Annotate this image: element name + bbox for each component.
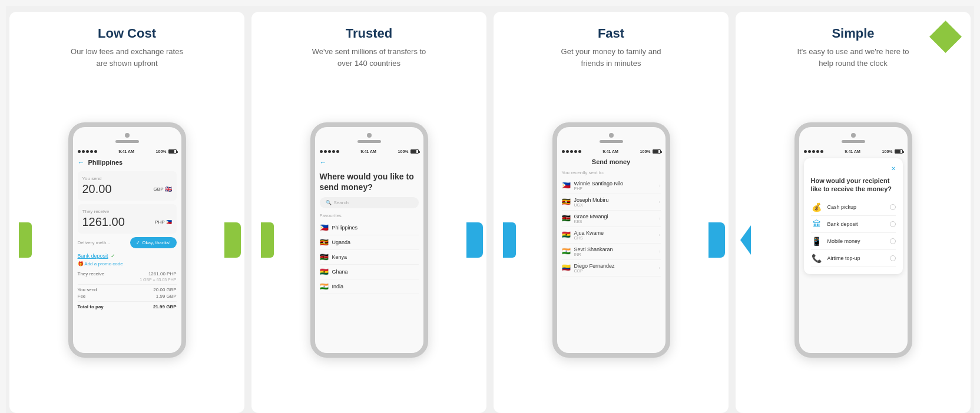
card-title-low-cost: Low Cost <box>98 26 156 41</box>
option-icon: 📞 <box>811 254 823 263</box>
option-radio[interactable] <box>890 204 896 210</box>
search-title: Where would you like to send money? <box>320 171 419 192</box>
close-icon[interactable]: ✕ <box>891 165 896 172</box>
bank-link[interactable]: Bank deposit <box>78 253 108 259</box>
country-name: Kenya <box>332 254 347 260</box>
search-placeholder: Search <box>334 200 349 205</box>
contact-flag: 🇨🇴 <box>562 264 571 272</box>
send-section: You send 20.00 GBP 🇬🇧 <box>78 171 177 201</box>
phone-wrapper-4: 9:41 AM 100% ✕ How would your recipient … <box>747 78 959 401</box>
fee-summary: Fee 1.99 GBP <box>78 294 177 299</box>
diamond-decoration <box>929 21 962 53</box>
option-radio[interactable] <box>890 255 896 261</box>
contact-list: 🇵🇭 Winnie Santiago Nilo PHP › 🇺🇬 Joseph … <box>562 178 661 277</box>
contact-name: Diego Fernandez <box>574 263 659 269</box>
recent-label: You recently sent to: <box>562 170 661 175</box>
green-right-connector-1 <box>224 222 241 258</box>
country-item[interactable]: 🇺🇬Uganda <box>320 235 419 250</box>
phone-inner-3: 9:41 AM 100% Send money You recently sen… <box>557 127 666 353</box>
blue-right-connector-3 <box>708 222 725 258</box>
country-name: Ghana <box>332 269 348 275</box>
modal-header: ✕ <box>811 165 896 172</box>
contact-currency: INR <box>574 252 659 257</box>
contact-item[interactable]: 🇨🇴 Diego Fernandez COP › <box>562 260 661 277</box>
battery-pct-1: 100% <box>156 149 167 154</box>
country-item[interactable]: 🇬🇭Ghana <box>320 265 419 279</box>
send-currency-code: GBP <box>154 186 164 192</box>
divider-2 <box>78 301 177 302</box>
option-radio[interactable] <box>890 238 896 244</box>
option-item[interactable]: 🏛 Bank deposit <box>811 216 896 233</box>
country-flag: 🇮🇳 <box>320 282 329 291</box>
country-item[interactable]: 🇮🇳India <box>320 279 419 294</box>
contact-info: Joseph Mubiru UGX <box>574 197 659 207</box>
total-label: Total to pay <box>78 304 104 309</box>
contact-currency: GHS <box>574 236 659 240</box>
modal-box: ✕ How would your recipient like to recei… <box>804 158 903 275</box>
contact-flag: 🇰🇪 <box>562 214 571 222</box>
ok-button[interactable]: ✓ Okay, thanks! <box>130 237 176 248</box>
you-send-summary-val: 20.00 GBP <box>153 287 176 292</box>
card-title-fast: Fast <box>598 26 624 41</box>
promo-link: Add a promo code <box>84 261 122 267</box>
battery-icon-4 <box>895 149 903 154</box>
option-icon: 📱 <box>811 237 823 246</box>
time-4: 9:41 AM <box>845 149 860 154</box>
contact-item[interactable]: 🇺🇬 Joseph Mubiru UGX › <box>562 194 661 211</box>
phone-1: 9:41 AM 100% ← Philippines You send <box>68 122 186 358</box>
signal-dots-1 <box>78 150 97 153</box>
battery-area-2: 100% <box>398 149 419 154</box>
country-flag: 🇺🇬 <box>320 238 329 247</box>
screen4-content: ✕ How would your recipient like to recei… <box>799 158 908 275</box>
bank-row: Bank deposit ✓ <box>78 253 177 259</box>
contact-info: Ajua Kwame GHS <box>574 230 659 240</box>
promo-row[interactable]: 🎁 Add a promo code <box>78 261 177 267</box>
option-item[interactable]: 📞 Airtime top-up <box>811 250 896 267</box>
they-receive-amount: 1261.00 <box>82 215 125 229</box>
cards-container: Low Cost Our low fees and exchange rates… <box>6 6 974 413</box>
check-icon: ✓ <box>111 253 115 259</box>
contact-item[interactable]: 🇬🇭 Ajua Kwame GHS › <box>562 227 661 244</box>
contact-name: Winnie Santiago Nilo <box>574 181 659 186</box>
screen1-title: Philippines <box>88 159 123 166</box>
fee-val: 1.99 GBP <box>156 294 177 299</box>
uk-flag: 🇬🇧 <box>165 186 172 192</box>
search-icon: 🔍 <box>326 200 332 205</box>
phone-speaker-2 <box>357 140 381 143</box>
phone-speaker-4 <box>842 140 865 143</box>
country-flag: 🇵🇭 <box>320 224 329 232</box>
option-label: Cash pickup <box>827 204 885 210</box>
dot5 <box>94 150 97 153</box>
contact-item[interactable]: 🇮🇳 Sevti Shankaran INR › <box>562 244 661 260</box>
contact-item[interactable]: 🇰🇪 Grace Mwangi KES › <box>562 211 661 227</box>
option-label: Airtime top-up <box>827 255 885 261</box>
total-row: Total to pay 21.99 GBP <box>78 304 177 309</box>
time-1: 9:41 AM <box>118 149 134 154</box>
option-item[interactable]: 💰 Cash pickup <box>811 199 896 216</box>
contact-item[interactable]: 🇵🇭 Winnie Santiago Nilo PHP › <box>562 178 661 194</box>
search-box[interactable]: 🔍 Search <box>320 197 419 208</box>
country-item[interactable]: 🇵🇭Philippines <box>320 221 419 235</box>
modal-title: How would your recipient like to receive… <box>811 176 896 194</box>
contact-name: Joseph Mubiru <box>574 197 659 203</box>
screen3-header: Send money <box>562 156 661 170</box>
country-list: 🇵🇭Philippines🇺🇬Uganda🇰🇪Kenya🇬🇭Ghana🇮🇳Ind… <box>320 221 419 294</box>
phone-4: 9:41 AM 100% ✕ How would your recipient … <box>794 122 912 358</box>
delivery-row: Delivery meth... ✓ Okay, thanks! <box>78 237 177 248</box>
back-arrow-1[interactable]: ← <box>78 158 85 166</box>
country-item[interactable]: 🇰🇪Kenya <box>320 250 419 265</box>
option-item[interactable]: 📱 Mobile money <box>811 233 896 250</box>
options-list: 💰 Cash pickup 🏛 Bank deposit 📱 Mobile mo… <box>811 199 896 267</box>
rate-summary: 1 GBP = 63.05 PHP <box>78 278 177 282</box>
gift-icon: 🎁 <box>78 261 84 267</box>
back-arrow-2[interactable]: ← <box>320 158 327 166</box>
you-send-summary-label: You send <box>78 287 97 292</box>
ok-btn-label: Okay, thanks! <box>142 240 170 245</box>
option-radio[interactable] <box>890 221 896 227</box>
they-receive-label: They receive <box>82 209 172 214</box>
battery-pct-3: 100% <box>640 149 651 154</box>
you-send-amount: 20.00 <box>82 182 112 196</box>
receive-currency: PHP 🇵🇭 <box>155 219 171 225</box>
chevron-icon: › <box>659 199 661 205</box>
contact-currency: COP <box>574 269 659 273</box>
